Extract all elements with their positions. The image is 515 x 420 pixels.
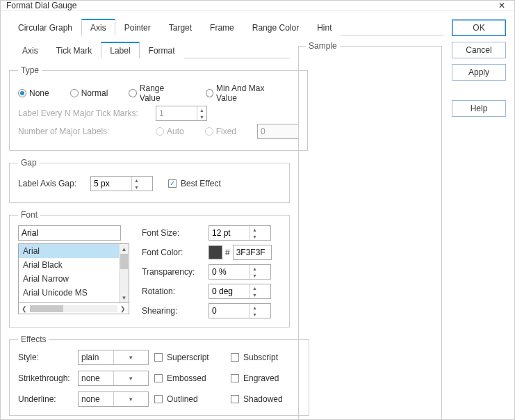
label-font-color: Font Color:: [142, 248, 204, 257]
spin-label-every[interactable]: ▲▼: [156, 106, 207, 121]
input-gap[interactable]: [91, 177, 131, 191]
radio-fixed: Fixed: [205, 127, 236, 136]
input-transparency[interactable]: [209, 265, 250, 279]
check-subscript[interactable]: Subscript: [231, 353, 300, 362]
subtab-label[interactable]: Label: [101, 42, 139, 58]
window-title: Format Dial Gauge: [6, 1, 495, 10]
tab-pointer[interactable]: Pointer: [115, 19, 160, 35]
check-superscript[interactable]: Superscript: [154, 353, 231, 362]
font-list-hscroll[interactable]: ❮❯: [18, 303, 129, 314]
combo-strikethrough[interactable]: none▼: [78, 371, 149, 386]
radio-min-max[interactable]: Min And Max Value: [206, 83, 284, 103]
spin-up-icon[interactable]: ▲: [197, 106, 206, 113]
subtab-tick-mark[interactable]: Tick Mark: [47, 42, 101, 58]
scroll-down-icon[interactable]: ▼: [120, 293, 129, 302]
font-list[interactable]: Arial Arial Black Arial Narrow Arial Uni…: [18, 243, 129, 303]
label-rotation: Rotation:: [142, 286, 204, 296]
label-num-major: Number of Major Labels:: [18, 127, 150, 136]
subtab-format[interactable]: Format: [140, 42, 184, 58]
help-button[interactable]: Help: [452, 100, 506, 117]
input-hex[interactable]: [233, 245, 272, 260]
group-gap: Gap Label Axis Gap: ▲▼ Best Effect: [9, 158, 290, 203]
check-embossed[interactable]: Embossed: [154, 373, 231, 383]
tab-range-color[interactable]: Range Color: [243, 19, 308, 35]
spin-up-icon[interactable]: ▲: [250, 265, 259, 272]
chevron-down-icon[interactable]: ▼: [113, 371, 149, 385]
close-icon[interactable]: ✕: [495, 1, 509, 10]
scroll-thumb-h[interactable]: [30, 305, 63, 312]
input-fixed: [257, 124, 299, 139]
titlebar: Format Dial Gauge ✕: [1, 1, 514, 11]
spin-down-icon[interactable]: ▼: [250, 272, 259, 279]
input-shearing[interactable]: [209, 304, 250, 318]
tab-target[interactable]: Target: [160, 19, 201, 35]
combo-style[interactable]: plain▼: [78, 350, 149, 365]
label-gap: Label Axis Gap:: [18, 179, 85, 188]
input-rotation[interactable]: [209, 284, 250, 298]
scroll-up-icon[interactable]: ▲: [120, 244, 129, 254]
group-effects: Effects Style: plain▼ Superscript Subscr…: [9, 334, 309, 416]
label-style: Style:: [18, 353, 78, 362]
legend-sample: Sample: [306, 41, 340, 51]
check-outlined[interactable]: Outlined: [154, 394, 231, 404]
dialog-window: Format Dial Gauge ✕ Circular Graph Axis …: [0, 0, 515, 420]
spin-up-icon[interactable]: ▲: [132, 177, 141, 184]
spin-down-icon[interactable]: ▼: [250, 291, 259, 298]
input-label-every[interactable]: [156, 106, 197, 120]
check-best-effect[interactable]: Best Effect: [168, 179, 221, 188]
hash-sign: #: [225, 248, 230, 257]
scroll-thumb[interactable]: [120, 254, 128, 269]
tab-circular-graph[interactable]: Circular Graph: [9, 19, 81, 35]
font-item-arial-narrow[interactable]: Arial Narrow: [19, 272, 119, 286]
chevron-down-icon[interactable]: ▼: [113, 392, 149, 406]
label-strikethrough: Strikethrough:: [18, 373, 78, 383]
spin-rotation[interactable]: ▲▼: [209, 284, 271, 299]
apply-button[interactable]: Apply: [452, 64, 506, 81]
spin-down-icon[interactable]: ▼: [250, 311, 259, 318]
font-list-vscroll[interactable]: ▲▼: [119, 244, 129, 302]
group-font: Font Arial Arial Black Arial Narrow Ari: [9, 210, 290, 328]
radio-normal[interactable]: Normal: [70, 88, 108, 98]
legend-effects: Effects: [18, 334, 49, 344]
spin-down-icon[interactable]: ▼: [250, 233, 259, 240]
spin-up-icon[interactable]: ▲: [250, 226, 259, 233]
check-engraved[interactable]: Engraved: [231, 373, 300, 383]
spin-down-icon[interactable]: ▼: [197, 113, 206, 120]
radio-range-value[interactable]: Range Value: [129, 83, 184, 103]
spin-transparency[interactable]: ▲▼: [209, 264, 271, 280]
radio-none[interactable]: None: [18, 88, 49, 98]
ok-button[interactable]: OK: [452, 19, 506, 36]
label-shearing: Shearing:: [142, 306, 204, 316]
input-font-size[interactable]: [209, 226, 250, 240]
font-item-arial-unicode[interactable]: Arial Unicode MS: [19, 286, 119, 300]
tab-frame[interactable]: Frame: [201, 19, 243, 35]
legend-font: Font: [18, 210, 40, 220]
legend-gap: Gap: [18, 158, 40, 168]
input-font-name[interactable]: [18, 225, 121, 241]
scroll-right-icon[interactable]: ❯: [117, 305, 129, 312]
spin-up-icon[interactable]: ▲: [250, 304, 259, 311]
font-item-arial-black[interactable]: Arial Black: [19, 258, 119, 272]
group-sample: Sample: [298, 41, 442, 420]
font-item-arial[interactable]: Arial: [19, 244, 119, 258]
spin-font-size[interactable]: ▲▼: [209, 225, 271, 241]
spin-shearing[interactable]: ▲▼: [209, 303, 271, 318]
combo-underline[interactable]: none▼: [78, 391, 149, 407]
color-swatch[interactable]: [209, 245, 222, 259]
spin-down-icon[interactable]: ▼: [132, 184, 141, 191]
spin-up-icon[interactable]: ▲: [250, 284, 259, 291]
check-shadowed[interactable]: Shadowed: [231, 394, 300, 404]
radio-auto: Auto: [156, 127, 184, 136]
subtab-axis[interactable]: Axis: [13, 42, 47, 58]
tab-hint[interactable]: Hint: [308, 19, 341, 35]
label-every-n: Label Every N Major Tick Marks:: [18, 108, 150, 118]
chevron-down-icon[interactable]: ▼: [113, 350, 149, 364]
legend-type: Type: [18, 65, 42, 75]
label-transparency: Transparency:: [142, 267, 204, 277]
scroll-left-icon[interactable]: ❮: [19, 305, 30, 312]
group-type: Type None Normal Range Value Min And Max…: [9, 65, 308, 151]
cancel-button[interactable]: Cancel: [452, 42, 506, 58]
label-font-size: Font Size:: [142, 228, 204, 238]
spin-gap[interactable]: ▲▼: [90, 176, 153, 191]
tab-axis[interactable]: Axis: [81, 19, 115, 35]
